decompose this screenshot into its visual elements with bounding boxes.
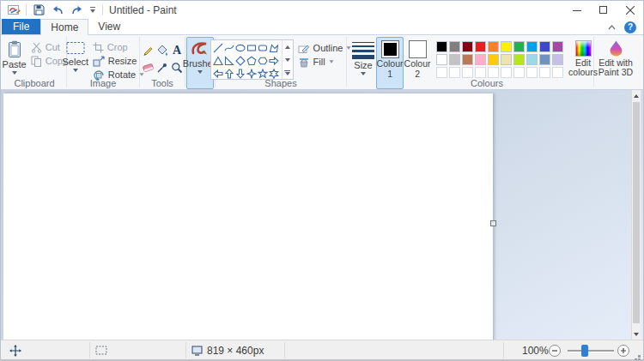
canvas-resize-handle[interactable] [490,220,496,226]
shape-hexagon-icon[interactable] [258,56,268,66]
shape-diamond-icon[interactable] [235,56,246,66]
shape-right-arrow-icon[interactable] [269,56,279,66]
colour1-label-line1: Colour [377,59,404,69]
tab-home[interactable]: Home [40,19,88,35]
colour2-label-line1: Colour [404,59,431,69]
shape-four-point-star-icon[interactable] [246,69,257,79]
shape-polygon-icon[interactable] [269,43,279,53]
shape-rectangle-icon[interactable] [246,43,257,53]
palette-swatch-empty[interactable] [539,67,550,78]
customize-quick-access-icon[interactable] [88,7,97,13]
crop-label: Crop [107,42,128,52]
clipboard-group-label: Clipboard [3,78,66,88]
scroll-down-icon[interactable] [632,328,641,340]
palette-swatch[interactable] [501,41,512,52]
shapes-scroll-down-icon[interactable] [283,53,293,66]
palette-swatch[interactable] [436,54,447,65]
palette-swatch[interactable] [552,54,563,65]
scroll-up-icon[interactable] [632,90,641,101]
palette-swatch[interactable] [526,54,538,65]
pencil-tool-icon[interactable] [142,45,154,57]
size-group: Size [347,35,380,89]
drawing-canvas[interactable] [3,93,493,341]
shape-curve-icon[interactable] [224,43,234,53]
shape-right-triangle-icon[interactable] [224,56,234,66]
redo-icon[interactable] [70,3,83,17]
palette-swatch-empty[interactable] [552,67,563,78]
colour-picker-tool-icon[interactable] [156,62,168,74]
scrollbar-thumb[interactable] [633,102,640,323]
palette-swatch[interactable] [513,41,525,52]
vertical-scrollbar[interactable] [631,90,641,340]
shape-five-point-star-icon[interactable] [258,69,268,79]
palette-swatch[interactable] [526,41,538,52]
shape-down-arrow-icon[interactable] [235,69,246,79]
ribbon-tab-row: File Home View ? [1,19,643,35]
palette-swatch[interactable] [462,41,473,52]
undo-icon[interactable] [51,3,64,17]
close-icon[interactable] [617,1,643,19]
help-icon[interactable]: ? [624,21,636,33]
shape-rounded-rectangle-icon[interactable] [258,43,268,53]
collapse-ribbon-icon[interactable] [608,25,616,30]
shape-triangle-icon[interactable] [213,56,223,66]
shape-up-arrow-icon[interactable] [224,69,234,79]
minimize-icon[interactable] [563,1,590,19]
paint3d-label-line2: Paint 3D [598,67,633,77]
shape-left-arrow-icon[interactable] [213,69,223,79]
palette-swatch[interactable] [475,41,486,52]
paste-label: Paste [3,59,27,69]
palette-swatch[interactable] [475,54,486,65]
palette-swatch-empty[interactable] [501,67,512,78]
palette-swatch[interactable] [449,54,460,65]
maximize-icon[interactable] [590,1,617,19]
palette-swatch-empty[interactable] [475,67,486,78]
magnifier-tool-icon[interactable] [171,62,183,74]
shapes-group: Outline Fill Shapes [216,35,346,89]
palette-swatch-empty[interactable] [513,67,525,78]
shapes-scroll-up-icon[interactable] [283,40,293,53]
size-button[interactable]: Size [349,37,377,89]
palette-swatch[interactable] [449,41,460,52]
fill-button[interactable]: Fill [298,55,352,69]
zoom-out-button[interactable] [549,340,561,360]
colour2-swatch [409,40,427,58]
palette-swatch-empty[interactable] [526,67,538,78]
shape-pentagon-icon[interactable] [246,56,257,66]
select-icon [66,40,85,56]
palette-swatch[interactable] [539,54,550,65]
palette-swatch[interactable] [436,41,447,52]
palette-swatch-empty[interactable] [449,67,460,78]
palette-swatch[interactable] [462,54,473,65]
palette-swatch[interactable] [501,54,512,65]
palette-swatch-empty[interactable] [436,67,447,78]
save-icon[interactable] [32,3,46,17]
palette-swatch[interactable] [488,41,499,52]
palette-swatch-empty[interactable] [462,67,473,78]
palette-swatch[interactable] [513,54,525,65]
outline-button[interactable]: Outline [298,41,352,55]
shape-six-point-star-icon[interactable] [269,69,279,79]
edit-with-paint3d-button[interactable]: Edit with Paint 3D [594,37,637,89]
shape-line-icon[interactable] [213,43,223,53]
tab-view[interactable]: View [88,19,130,34]
fill-tool-icon[interactable] [156,45,168,57]
cut-icon [31,42,42,53]
zoom-slider-track[interactable] [568,350,614,352]
palette-swatch-empty[interactable] [488,67,499,78]
palette-swatch[interactable] [488,54,499,65]
text-tool-icon[interactable]: A [173,44,181,57]
tab-file[interactable]: File [2,19,40,34]
crop-button[interactable]: Crop [93,40,144,54]
shape-oval-icon[interactable] [235,43,246,53]
paint-window: Untitled - Paint File Home View ? [0,0,644,361]
zoom-slider-thumb[interactable] [581,345,588,357]
size-label: Size [354,60,372,70]
palette-swatch[interactable] [539,41,550,52]
zoom-in-button[interactable] [617,340,629,360]
resize-button[interactable]: Resize [93,54,144,68]
window-resize-grip[interactable] [638,355,641,358]
eraser-tool-icon[interactable] [142,63,155,73]
palette-swatch[interactable] [552,41,563,52]
shapes-more-icon[interactable] [283,66,293,79]
